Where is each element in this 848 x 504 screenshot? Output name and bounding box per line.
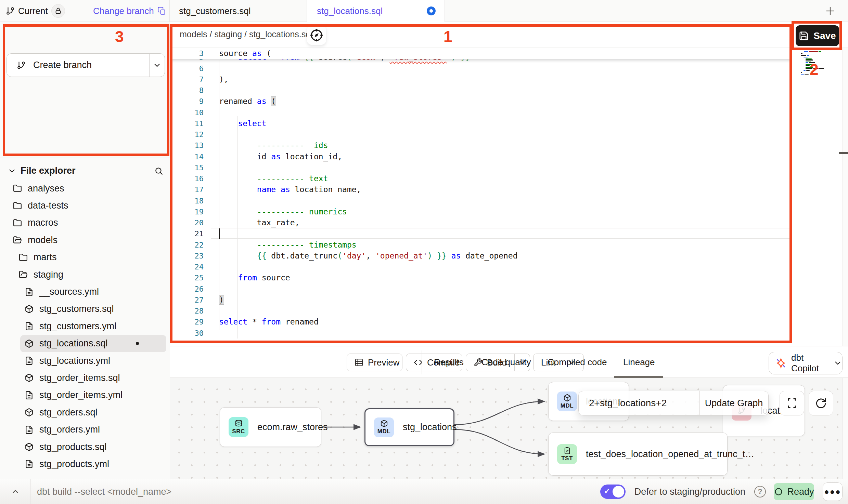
update-graph-button[interactable]: Update Graph	[699, 391, 768, 415]
file-row[interactable]: stg_order_items.sql	[0, 369, 170, 386]
code-line[interactable]: 22 ---------- timestamps	[170, 239, 792, 251]
dbt-copilot-button[interactable]: dbt Copilot	[769, 352, 843, 374]
code-line[interactable]: 19 ---------- numerics	[170, 206, 792, 217]
code-line[interactable]: 23 {{ dbt.date_trunc('day', 'opened_at')…	[170, 250, 792, 262]
tab-lineage[interactable]: Lineage	[623, 346, 655, 378]
lineage-node-ecom-raw-stores[interactable]: SRCecom.raw_stores	[220, 407, 321, 447]
tab-code-quality[interactable]: Code quality	[481, 346, 531, 378]
refresh-button[interactable]	[809, 391, 833, 415]
code-line[interactable]: 18	[170, 195, 792, 207]
file-row[interactable]: __sources.yml	[0, 283, 170, 300]
badge-label: TST	[561, 455, 573, 462]
dbt-command-input[interactable]: dbt build --select <model_name>	[37, 479, 171, 504]
code-line[interactable]: 15	[170, 162, 792, 173]
code-line[interactable]: 12	[170, 129, 792, 140]
tab-stg-locations[interactable]: stg_locations.sql	[307, 0, 445, 22]
file-row[interactable]: stg_locations.sql	[20, 335, 166, 352]
badge-label: MDL	[561, 402, 574, 409]
code-line[interactable]: 11 select	[170, 118, 792, 129]
code-line[interactable]: 24	[170, 261, 792, 273]
text-cursor	[219, 228, 220, 239]
code-line[interactable]: 28	[170, 305, 792, 317]
doc-icon	[25, 460, 34, 468]
folder-icon	[13, 201, 22, 210]
file-row[interactable]: stg_locations.yml	[0, 352, 170, 369]
code-editor[interactable]: 5 select * from {{ source('ecom', 'raw_s…	[170, 48, 792, 346]
file-row[interactable]: stg_products.yml	[0, 455, 170, 473]
node-badge: SRC	[229, 417, 248, 437]
clipboard-icon	[563, 447, 571, 454]
tab-stg-customers[interactable]: stg_customers.sql	[169, 0, 307, 22]
panel-resize-handle[interactable]	[839, 152, 848, 154]
file-row[interactable]: stg_products.sql	[0, 438, 170, 455]
code-line[interactable]: 14 id as location_id,	[170, 151, 792, 162]
file-row[interactable]: stg_customers.sql	[0, 301, 170, 318]
create-branch-dropdown[interactable]	[149, 54, 165, 77]
folder-icon	[13, 184, 22, 193]
file-row[interactable]: staging	[0, 266, 170, 283]
node-badge: TST	[557, 444, 577, 464]
code-line[interactable]: 17 name as location_name,	[170, 184, 792, 195]
code-line[interactable]: 9renamed as (	[170, 96, 792, 107]
refresh-icon	[815, 397, 827, 409]
code-line[interactable]: 6	[170, 63, 792, 74]
create-branch-button[interactable]: Create branch	[7, 53, 165, 77]
code-line[interactable]: 7),	[170, 74, 792, 85]
code-line[interactable]: 25 from source	[170, 272, 792, 283]
code-line[interactable]: 29select * from renamed	[170, 316, 792, 328]
file-name: stg_orders.sql	[39, 407, 98, 418]
file-row[interactable]: stg_customers.yml	[0, 318, 170, 335]
editor-minimap[interactable]	[801, 47, 834, 76]
code-line[interactable]: 21	[170, 228, 792, 239]
file-row[interactable]: macros	[0, 214, 170, 231]
more-options-button[interactable]: ●●●	[823, 482, 843, 501]
tab-results[interactable]: Results	[434, 346, 464, 378]
file-row[interactable]: analyses	[0, 180, 170, 197]
line-number: 25	[170, 272, 204, 283]
file-row[interactable]: stg_order_items.yml	[0, 387, 170, 404]
line-number: 27	[170, 294, 204, 306]
fullscreen-button[interactable]	[780, 391, 804, 415]
code-line[interactable]: 16 ---------- text	[170, 173, 792, 184]
code-line[interactable]: 13 ---------- ids	[170, 140, 792, 151]
code-line[interactable]: 8	[170, 85, 792, 96]
file-row[interactable]: models	[0, 231, 170, 249]
save-button[interactable]: Save	[796, 25, 839, 46]
help-icon[interactable]: ?	[754, 486, 766, 498]
code-line[interactable]: 26	[170, 283, 792, 295]
code-line[interactable]: 30	[170, 328, 792, 339]
preview-button[interactable]: Preview	[347, 354, 402, 371]
new-tab-button[interactable]	[823, 4, 837, 18]
lineage-node-stg-locations[interactable]: MDLstg_locations	[364, 408, 454, 446]
copy-icon	[157, 6, 166, 15]
search-icon[interactable]	[154, 167, 163, 175]
collapse-command-bar-button[interactable]	[0, 479, 31, 504]
status-badge-ready[interactable]: Ready	[774, 483, 814, 500]
node-badge: MDL	[374, 417, 394, 437]
tab-compiled-code[interactable]: Compiled code	[548, 346, 607, 378]
folder-open-icon	[13, 236, 22, 244]
code-text: from source	[219, 272, 290, 283]
code-line[interactable]: 10	[170, 107, 792, 118]
file-explorer-header[interactable]: File explorer	[8, 165, 163, 176]
explore-lineage-button[interactable]	[307, 26, 326, 45]
defer-toggle[interactable]: ✓	[600, 485, 626, 499]
git-branch-icon	[17, 61, 26, 70]
file-row[interactable]: marts	[0, 249, 170, 266]
lineage-panel[interactable]: SRCecom.raw_storesMDLstg_locationsMDLloc…	[170, 378, 843, 479]
lineage-selector-input[interactable]: 2+stg_locations+2	[579, 391, 699, 415]
editor-margin	[792, 48, 848, 346]
code-line[interactable]: 27)	[170, 294, 792, 306]
code-line[interactable]: 20 tax_rate,	[170, 217, 792, 228]
cube-icon	[25, 373, 34, 382]
current-branch-button[interactable]: Current	[6, 0, 65, 22]
file-row[interactable]: stg_orders.sql	[0, 404, 170, 421]
version-control-section	[0, 22, 170, 158]
sticky-code-line[interactable]: 3source as (	[170, 48, 792, 59]
button-label: Preview	[368, 357, 399, 368]
lineage-node-test-does-location-opened-at-trunc-t-[interactable]: TSTtest_does_location_opened_at_trunc_t…	[548, 433, 728, 476]
change-branch-link[interactable]: Change branch	[93, 0, 166, 22]
file-row[interactable]: stg_orders.yml	[0, 421, 170, 438]
doc-icon	[25, 322, 34, 331]
file-row[interactable]: data-tests	[0, 197, 170, 214]
